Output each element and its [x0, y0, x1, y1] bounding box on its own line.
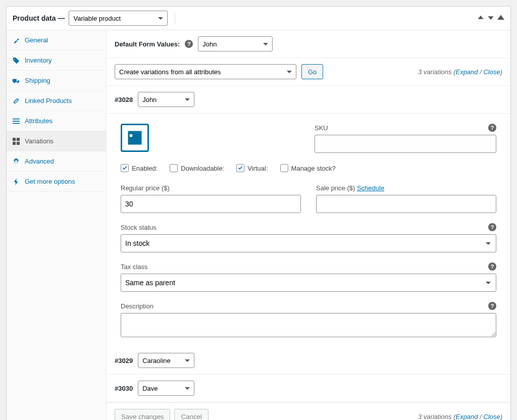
grid-icon — [13, 138, 20, 145]
tax-class-select[interactable]: Same as parent — [121, 274, 496, 292]
sidebar-item-inventory[interactable]: Inventory — [7, 50, 106, 71]
variation-id: #3030 — [115, 385, 133, 392]
truck-icon — [13, 77, 20, 84]
close-link[interactable]: Close — [483, 68, 500, 76]
product-type-select[interactable]: Variable product — [69, 11, 168, 26]
variation-3028-header[interactable]: #3028 John — [107, 86, 510, 114]
variation-id: #3028 — [115, 96, 133, 103]
sidebar-item-variations[interactable]: Variations — [7, 131, 106, 151]
go-button[interactable]: Go — [301, 64, 323, 79]
variations-count-bottom: 3 variations (Expand / Close) — [418, 413, 502, 421]
help-icon[interactable]: ? — [488, 302, 496, 310]
image-icon — [126, 129, 144, 147]
sidebar-item-general[interactable]: General — [7, 30, 106, 50]
sale-price-label: Sale price ($) Schedule — [316, 184, 496, 192]
panel-header-controls — [477, 14, 504, 23]
sidebar-item-label: Attributes — [25, 117, 53, 125]
variations-footer: Save changes Cancel 3 variations (Expand… — [107, 402, 510, 420]
help-icon[interactable]: ? — [185, 40, 193, 48]
close-link[interactable]: Close — [483, 413, 500, 421]
sale-price-input[interactable] — [316, 195, 496, 213]
panel-up-icon[interactable] — [477, 14, 484, 23]
help-icon[interactable]: ? — [488, 223, 496, 231]
product-data-panel: Product data — Variable product General … — [6, 6, 511, 420]
variation-attr-select[interactable]: John — [138, 92, 194, 107]
sidebar-item-more[interactable]: Get more options — [7, 172, 106, 192]
checkbox-icon — [236, 164, 244, 172]
sidebar-item-label: General — [25, 36, 48, 44]
variation-toggles: Enabled: Downloadable: Virtual: Manage s… — [121, 164, 496, 172]
sidebar-item-label: Linked Products — [25, 97, 72, 104]
panel-header: Product data — Variable product — [7, 7, 510, 30]
regular-price-input[interactable] — [121, 195, 301, 213]
variation-image-placeholder[interactable] — [121, 124, 149, 152]
expand-link[interactable]: Expand — [455, 413, 478, 421]
sku-label: SKU ? — [315, 124, 496, 132]
variation-action-select[interactable]: Create variations from all attributes — [115, 64, 296, 79]
sidebar-item-shipping[interactable]: Shipping — [7, 71, 106, 91]
sku-input[interactable] — [315, 135, 496, 153]
stock-status-select[interactable]: In stock — [121, 234, 496, 252]
gear-icon — [13, 158, 20, 165]
variation-3028-body: SKU ? Enabled: Downloadable: — [107, 114, 510, 347]
sidebar-item-advanced[interactable]: Advanced — [7, 151, 106, 172]
help-icon[interactable]: ? — [488, 262, 496, 271]
save-changes-button[interactable]: Save changes — [115, 409, 170, 420]
tax-class-label: Tax class ? — [121, 262, 496, 271]
sidebar-item-linked[interactable]: Linked Products — [7, 91, 106, 111]
tag-icon — [13, 57, 20, 64]
panel-toggle-icon[interactable] — [497, 14, 504, 23]
checkbox-icon — [121, 164, 129, 172]
stock-status-label: Stock status ? — [121, 223, 496, 231]
variations-action-bar: Create variations from all attributes Go… — [107, 58, 510, 86]
sidebar-item-label: Get more options — [25, 178, 75, 185]
cancel-button[interactable]: Cancel — [174, 409, 209, 420]
variation-3030-header[interactable]: #3030 Dave — [107, 375, 510, 402]
lightning-icon — [13, 178, 20, 185]
virtual-check[interactable]: Virtual: — [236, 164, 268, 172]
panel-title: Product data — — [13, 14, 65, 22]
variation-attr-select[interactable]: Caraoline — [138, 353, 194, 368]
sidebar-item-label: Advanced — [25, 158, 54, 165]
downloadable-check[interactable]: Downloadable: — [170, 164, 224, 172]
schedule-link[interactable]: Schedule — [357, 184, 384, 192]
description-label: Description ? — [121, 302, 496, 310]
sidebar-item-attributes[interactable]: Attributes — [7, 111, 106, 131]
variation-3029-header[interactable]: #3029 Caraoline — [107, 347, 510, 375]
default-form-values: Default Form Values: ? John — [107, 30, 510, 58]
sidebar-item-label: Shipping — [25, 77, 50, 84]
variation-id: #3029 — [115, 357, 133, 364]
default-values-label: Default Form Values: — [115, 40, 180, 48]
variation-attr-select[interactable]: Dave — [138, 381, 194, 396]
default-value-select[interactable]: John — [198, 36, 273, 51]
help-icon[interactable]: ? — [488, 124, 496, 132]
sidebar-item-label: Variations — [25, 137, 54, 145]
regular-price-label: Regular price ($) — [121, 184, 301, 192]
expand-link[interactable]: Expand — [455, 68, 478, 76]
sidebar-item-label: Inventory — [25, 57, 51, 64]
wrench-icon — [13, 37, 20, 44]
checkbox-icon — [280, 164, 288, 172]
checkbox-icon — [170, 164, 178, 172]
panel-down-icon[interactable] — [487, 14, 494, 23]
enabled-check[interactable]: Enabled: — [121, 164, 158, 172]
manage-stock-check[interactable]: Manage stock? — [280, 164, 336, 172]
divider — [175, 13, 175, 24]
link-icon — [13, 97, 20, 104]
list-icon — [13, 118, 20, 125]
sidebar: General Inventory Shipping Linked Produc… — [7, 30, 107, 420]
variations-count-top: 3 variations (Expand / Close) — [418, 68, 502, 76]
main-content: Default Form Values: ? John Create varia… — [107, 30, 510, 420]
description-textarea[interactable] — [121, 313, 496, 337]
